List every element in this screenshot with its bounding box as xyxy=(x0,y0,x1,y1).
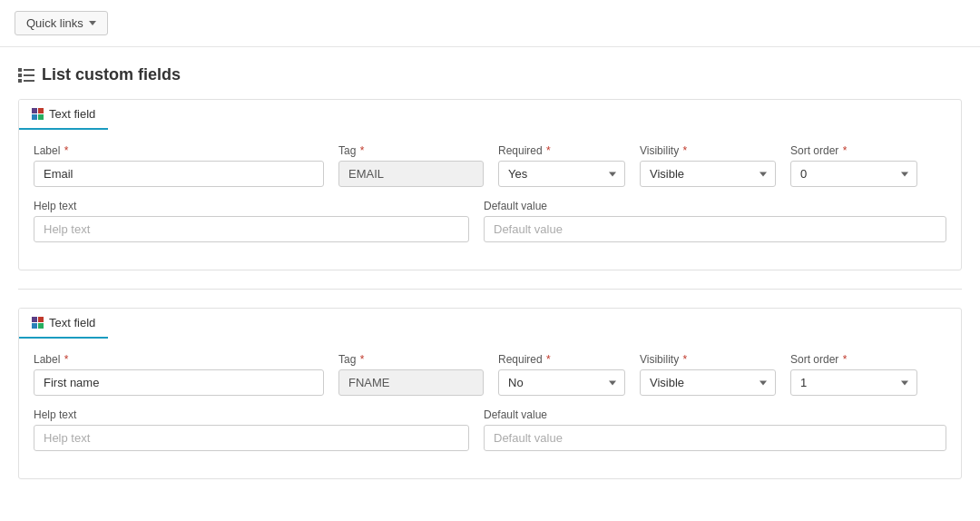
visibility-group-1: Visibility * Visible Hidden xyxy=(640,353,776,396)
required-group-1: Required * Yes No xyxy=(498,353,625,396)
label-label-0: Label * xyxy=(34,144,324,157)
required-select-wrapper-0: Yes No xyxy=(498,161,625,187)
field-card-body-1: Label * Tag * Required * xyxy=(19,339,961,478)
svg-rect-3 xyxy=(24,74,34,76)
tab-grid-icon-1 xyxy=(32,317,44,329)
visibility-label-1: Visibility * xyxy=(640,353,776,366)
sortorder-select-wrapper-1: 0 1 2 xyxy=(790,369,917,396)
visibility-select-wrapper-1: Visible Hidden xyxy=(640,369,776,396)
visibility-select-1[interactable]: Visible Hidden xyxy=(640,369,776,396)
svg-rect-1 xyxy=(24,69,34,71)
required-star-l1: * xyxy=(61,353,68,366)
field-card-body-0: Label * Tag * Required * xyxy=(19,130,961,270)
required-star-req-1: * xyxy=(544,353,551,366)
tag-label-0: Tag * xyxy=(338,144,484,157)
form-row-sub-0: Help text Default value xyxy=(34,200,946,242)
field-card-1: Text field Label * Tag * xyxy=(18,308,962,479)
required-star-vis-1: * xyxy=(680,353,687,366)
form-row-sub-1: Help text Default value xyxy=(34,408,946,451)
visibility-select-0[interactable]: Visible Hidden xyxy=(640,161,776,187)
visibility-label-0: Visibility * xyxy=(640,144,776,157)
required-star-so-0: * xyxy=(839,144,847,157)
sortorder-select-1[interactable]: 0 1 2 xyxy=(790,369,917,396)
quick-links-label: Quick links xyxy=(26,16,83,30)
defaultval-group-1: Default value xyxy=(484,408,946,451)
sortorder-group-0: Sort order * 0 1 2 xyxy=(790,144,917,187)
tag-group-0: Tag * xyxy=(338,144,484,187)
svg-rect-2 xyxy=(18,74,22,77)
list-icon xyxy=(18,68,34,83)
required-group-0: Required * Yes No xyxy=(498,144,625,187)
helptext-label-0: Help text xyxy=(34,200,469,212)
visibility-group-0: Visibility * Visible Hidden xyxy=(640,144,776,187)
top-bar: Quick links xyxy=(0,0,980,47)
sortorder-label-0: Sort order * xyxy=(790,144,917,157)
divider xyxy=(18,289,962,290)
required-select-1[interactable]: Yes No xyxy=(498,369,625,396)
sortorder-group-1: Sort order * 0 1 2 xyxy=(790,353,917,396)
label-input-0[interactable] xyxy=(34,161,324,187)
tag-group-1: Tag * xyxy=(338,353,484,396)
tab-text-field-0[interactable]: Text field xyxy=(19,100,108,130)
label-input-1[interactable] xyxy=(34,369,324,396)
label-label-1: Label * xyxy=(34,353,324,366)
tab-text-field-1[interactable]: Text field xyxy=(19,309,108,339)
dropdown-caret-icon xyxy=(89,21,96,25)
required-star-tag-1: * xyxy=(357,353,364,366)
defaultval-input-0[interactable] xyxy=(484,216,946,242)
defaultval-group-0: Default value xyxy=(484,200,946,242)
helptext-group-1: Help text xyxy=(34,408,469,451)
label-group-0: Label * xyxy=(34,144,324,187)
defaultval-label-1: Default value xyxy=(484,408,946,421)
required-star-tag-0: * xyxy=(357,144,364,157)
tag-input-0[interactable] xyxy=(338,161,484,187)
sortorder-select-0[interactable]: 0 1 2 xyxy=(790,161,917,187)
helptext-input-1[interactable] xyxy=(34,425,469,451)
required-label-1: Required * xyxy=(498,353,625,366)
defaultval-label-0: Default value xyxy=(484,200,946,212)
sortorder-select-wrapper-0: 0 1 2 xyxy=(790,161,917,187)
required-star: * xyxy=(61,144,68,157)
required-star-req-0: * xyxy=(544,144,551,157)
visibility-select-wrapper-0: Visible Hidden xyxy=(640,161,776,187)
required-star-vis-0: * xyxy=(680,144,687,157)
tab-label-1: Text field xyxy=(49,316,95,329)
form-row-main-0: Label * Tag * Required * xyxy=(34,144,946,187)
required-star-so-1: * xyxy=(839,353,847,366)
helptext-input-0[interactable] xyxy=(34,216,469,242)
defaultval-input-1[interactable] xyxy=(484,425,946,451)
label-group-1: Label * xyxy=(34,353,324,396)
required-select-0[interactable]: Yes No xyxy=(498,161,625,187)
page-title: List custom fields xyxy=(42,65,181,84)
required-select-wrapper-1: Yes No xyxy=(498,369,625,396)
tag-label-1: Tag * xyxy=(338,353,484,366)
required-label-0: Required * xyxy=(498,144,625,157)
helptext-group-0: Help text xyxy=(34,200,469,242)
quick-links-button[interactable]: Quick links xyxy=(15,11,108,35)
form-row-main-1: Label * Tag * Required * xyxy=(34,353,946,396)
tab-label-0: Text field xyxy=(49,107,95,121)
main-content: List custom fields Text field Label * Ta… xyxy=(0,47,980,516)
svg-rect-0 xyxy=(18,68,22,72)
tab-grid-icon-0 xyxy=(32,108,44,120)
field-card-0: Text field Label * Tag * xyxy=(18,99,962,270)
tag-input-1[interactable] xyxy=(338,369,484,396)
svg-rect-4 xyxy=(18,79,22,83)
sortorder-label-1: Sort order * xyxy=(790,353,917,366)
page-header: List custom fields xyxy=(18,65,962,84)
svg-rect-5 xyxy=(24,80,34,82)
helptext-label-1: Help text xyxy=(34,408,469,421)
